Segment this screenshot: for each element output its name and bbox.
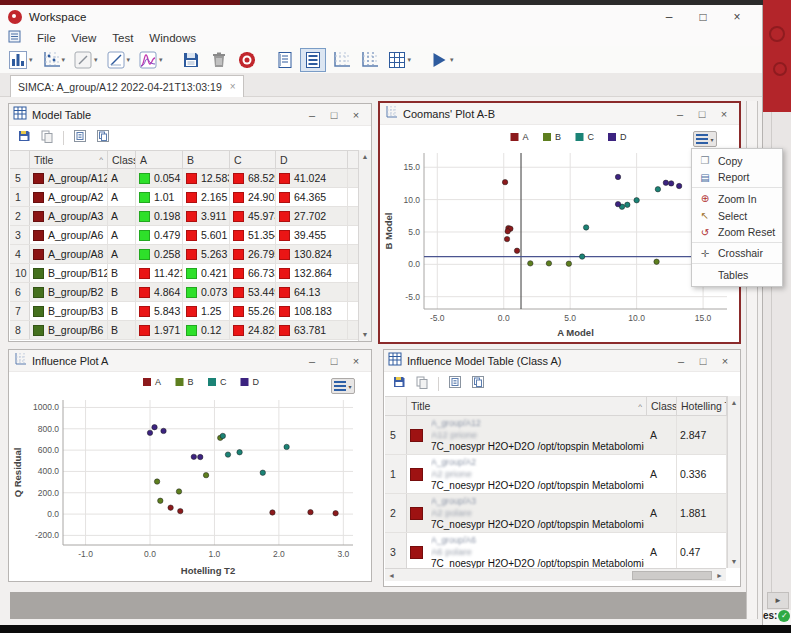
table-row[interactable]: 4 A_group/A8 A 0.258 5.263 26.795 130.82… — [10, 245, 370, 264]
line-chart-icon[interactable]: ▾ — [103, 48, 134, 72]
panel-close-button[interactable]: × — [713, 108, 735, 120]
minimize-button[interactable]: – — [652, 10, 686, 24]
horizontal-scrollbar[interactable]: ◄ ► — [385, 568, 726, 581]
context-menu-item[interactable]: ↖ Select — [692, 207, 782, 224]
vertical-scrollbar[interactable]: ▲ ▼ — [727, 396, 740, 568]
table-row[interactable]: 2 A_group/A3 A2 polare 7C_noesypr H2O+D2… — [385, 494, 739, 533]
panel-minimize-button[interactable]: – — [301, 109, 323, 121]
bar-chart-icon[interactable]: ▾ — [5, 48, 36, 72]
spectra-icon[interactable]: ▾ — [135, 48, 166, 72]
scroll-left-icon[interactable]: ◄ — [385, 569, 398, 581]
menu-file[interactable]: File — [29, 32, 64, 44]
table-header-row[interactable]: Title^ Class Hotelling T — [385, 396, 739, 416]
chart-menu-button[interactable]: ▾ — [693, 131, 717, 147]
table-row[interactable]: 1 A_group/A2 A 1.01 2.165 24.902 64.365 — [10, 188, 370, 207]
report-icon[interactable] — [272, 48, 298, 72]
sample-description: 7C_noesypr H2O+D2O /opt/topspin Metabolo… — [431, 441, 644, 453]
menu-test[interactable]: Test — [104, 32, 141, 44]
table-panel-icon — [13, 106, 27, 124]
save-icon[interactable] — [392, 375, 406, 393]
table-row[interactable]: 1 A_group/A2 A2 prione 7C_noesypr H2O+D2… — [385, 455, 739, 494]
panel-close-button[interactable]: × — [714, 355, 736, 367]
panel-maximize-button[interactable]: □ — [323, 109, 345, 121]
table-row[interactable]: 8 B_group/B6 B 1.971 0.12 24.828 63.781 — [10, 321, 370, 340]
status-color-swatch — [139, 173, 150, 184]
trash-icon[interactable] — [206, 48, 232, 72]
panel-maximize-button[interactable]: □ — [692, 355, 714, 367]
panel-minimize-button[interactable]: – — [670, 355, 692, 367]
panel-maximize-button[interactable]: □ — [691, 108, 713, 120]
panel-header: Influence Model Table (Class A) – □ × — [384, 350, 740, 372]
status-color-swatch — [186, 173, 197, 184]
table-row[interactable]: 5 A_group/A12 A12 prione 7C_noesypr H2O+… — [385, 416, 739, 455]
menu-view[interactable]: View — [64, 32, 105, 44]
scroll-down-icon[interactable]: ▼ — [728, 555, 740, 568]
coomans-plot-panel: Coomans' Plot A-B – □ × -5.00.05.010.015… — [378, 101, 741, 344]
scroll-up-icon[interactable]: ▲ — [359, 150, 371, 163]
context-menu-item[interactable]: ⊕ Zoom In — [692, 190, 782, 207]
record-icon[interactable] — [234, 48, 260, 72]
document-tab[interactable]: SIMCA: A_group/A12 2022-04-21T13:03:19 × — [10, 75, 244, 97]
document-icon[interactable] — [8, 30, 21, 45]
influence-chart[interactable]: -1.00.01.02.03.0-200.00.0200.0400.0600.0… — [11, 374, 367, 579]
status-color-swatch — [186, 192, 197, 203]
scatter-plot-icon[interactable]: ▾ — [38, 48, 69, 72]
zoom-in-icon: ⊕ — [697, 193, 713, 204]
panel-maximize-button[interactable]: □ — [323, 355, 345, 367]
blurred-sample-name: A_group/A2 — [431, 456, 644, 468]
class-color-swatch — [33, 230, 44, 241]
hscroll-right-arrow[interactable]: ► — [767, 592, 789, 609]
scroll-right-icon[interactable]: ► — [713, 569, 726, 581]
report-page-icon[interactable] — [73, 129, 87, 147]
panel-close-button[interactable]: × — [345, 109, 367, 121]
panel-minimize-button[interactable]: – — [301, 355, 323, 367]
copy-pages-icon[interactable] — [96, 129, 110, 147]
chart-panel-icon — [384, 105, 398, 123]
table-row[interactable]: 7 B_group/B3 B 5.843 1.25 55.262 108.183 — [10, 302, 370, 321]
save-icon[interactable] — [17, 129, 31, 147]
scroll-up-icon[interactable]: ▲ — [728, 396, 740, 409]
context-menu-item[interactable]: ❐ Copy — [692, 152, 782, 169]
copy-icon[interactable] — [40, 129, 54, 147]
context-menu-item[interactable]: ✛ Crosshair — [692, 245, 782, 264]
influence-table: Title^ Class Hotelling T 5 A_group/A12 A… — [385, 396, 739, 568]
maximize-button[interactable]: □ — [686, 10, 720, 24]
context-menu-item[interactable]: ↺ Zoom Reset — [692, 224, 782, 243]
check-icon: ✓ — [778, 610, 790, 622]
chart-context-menu: ❐ Copy ▤ Report ⊕ Zoom In ↖ Select ↺ Zoo… — [691, 148, 783, 287]
scroll-thumb[interactable] — [632, 571, 712, 580]
close-button[interactable]: × — [720, 10, 754, 24]
blurred-sample-detail: A12 prione — [431, 429, 644, 441]
table-row[interactable]: 10 B_group/B12 B 11.421 0.421 66.733 132… — [10, 264, 370, 283]
report-page-icon[interactable] — [448, 375, 462, 393]
scroll-down-icon[interactable]: ▼ — [359, 328, 371, 341]
panel-close-button[interactable]: × — [345, 355, 367, 367]
svg-text:10.0: 10.0 — [403, 195, 420, 205]
run-icon[interactable]: ▾ — [426, 48, 457, 72]
table-row[interactable]: 6 B_group/B2 B 4.864 0.073 53.449 64.13 — [10, 283, 370, 302]
save-icon[interactable] — [178, 48, 204, 72]
table-row[interactable]: 2 A_group/A3 A 0.198 3.911 45.973 27.702 — [10, 207, 370, 226]
copy-pages-icon[interactable] — [471, 375, 485, 393]
table-row[interactable]: 5 A_group/A12 A 0.054 12.583 68.529 41.0… — [10, 169, 370, 188]
copy-icon[interactable] — [415, 375, 429, 393]
list-view-icon[interactable] — [300, 48, 326, 72]
table-row[interactable]: 3 A_group/A6 A6 polare 7C_noesypr H2O+D2… — [385, 533, 739, 568]
zoom-reset-icon: ↺ — [697, 227, 713, 238]
chart-menu-button[interactable]: ▾ — [331, 378, 355, 394]
context-menu-item[interactable]: ▤ Report — [692, 169, 782, 188]
table-row[interactable]: 3 A_group/A6 A 0.479 5.601 51.354 39.455 — [10, 226, 370, 245]
status-color-swatch — [186, 287, 197, 298]
tab-close-icon[interactable]: × — [230, 81, 236, 92]
panel-minimize-button[interactable]: – — [669, 108, 691, 120]
plot-grid-2-icon[interactable] — [356, 48, 382, 72]
plot-grid-icon[interactable] — [328, 48, 354, 72]
menu-windows[interactable]: Windows — [141, 32, 204, 44]
table-icon[interactable]: ▾ — [384, 48, 415, 72]
line-icon[interactable]: ▾ — [70, 48, 101, 72]
coomans-chart[interactable]: -5.00.05.010.015.0-5.00.05.010.015.0A Mo… — [382, 129, 735, 341]
svg-text:-200.0: -200.0 — [35, 530, 59, 540]
vertical-scrollbar[interactable]: ▲ ▼ — [358, 150, 371, 341]
context-menu-item[interactable]: Tables — [692, 266, 782, 283]
table-header-row[interactable]: Title^ Class A B C D — [10, 150, 370, 169]
